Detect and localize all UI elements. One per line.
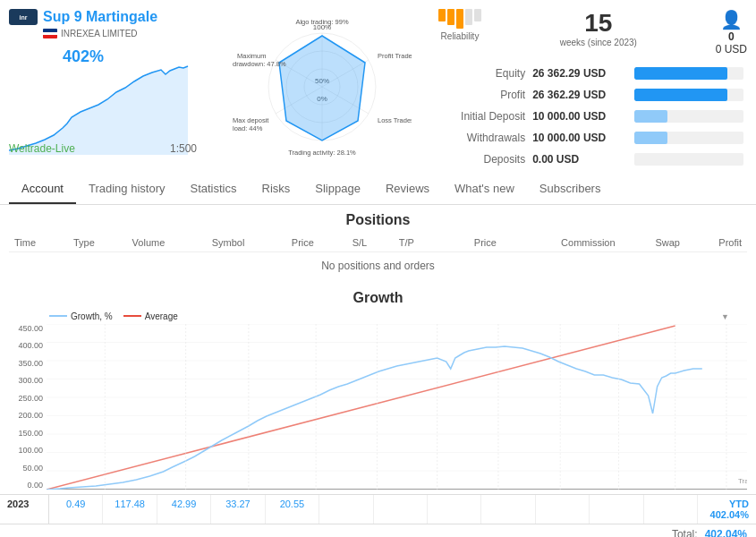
bottom-data-row: 2023 0.49 117.48 42.99 33.27 20.55 YTD 4… bbox=[0, 494, 756, 524]
svg-text:Trades: Trades bbox=[738, 477, 747, 485]
tab-slippage[interactable]: Slippage bbox=[302, 175, 373, 204]
reliability-block: Reliability bbox=[438, 9, 481, 41]
withdrawals-label: Withdrawals bbox=[438, 127, 529, 149]
ytd-value: 402.04% bbox=[710, 509, 749, 520]
subscribers-usd: 0 USD bbox=[716, 43, 747, 55]
y-axis: 450.00 400.00 350.00 300.00 250.00 200.0… bbox=[9, 324, 47, 490]
rel-bar-2 bbox=[447, 9, 454, 25]
y-label-50: 50.00 bbox=[9, 464, 43, 473]
month-val-mar: 42.99 bbox=[157, 495, 211, 524]
svg-text:Algo trading: 99%: Algo trading: 99% bbox=[295, 18, 349, 26]
mini-chart-svg bbox=[9, 65, 197, 155]
y-label-350: 350.00 bbox=[9, 359, 43, 368]
metric-profit: Profit 26 362.29 USD bbox=[438, 84, 747, 106]
reliability-bars bbox=[438, 9, 481, 29]
broker-flag bbox=[43, 29, 57, 38]
deposits-value: 0.00 USD bbox=[529, 149, 631, 170]
growth-chart-wrapper: 450.00 400.00 350.00 300.00 250.00 200.0… bbox=[9, 324, 747, 492]
rel-bar-1 bbox=[438, 9, 446, 21]
tab-subscribers[interactable]: Subscribers bbox=[527, 175, 614, 204]
profit-label: Profit bbox=[438, 84, 529, 106]
col-type: Type bbox=[68, 234, 127, 252]
y-label-250: 250.00 bbox=[9, 394, 43, 403]
positions-section: Positions Time Type Volume Symbol Price … bbox=[0, 205, 756, 286]
broker-name: INREXEA LIMITED bbox=[61, 29, 138, 38]
month-val-dec bbox=[644, 495, 698, 524]
logo-text: inr bbox=[20, 14, 28, 21]
deposits-bar-cell bbox=[631, 149, 747, 170]
legend-growth: Growth, % bbox=[49, 310, 113, 322]
col-price2: Price bbox=[441, 234, 502, 252]
month-val-may: 20.55 bbox=[266, 495, 319, 524]
ytd-label: YTD bbox=[729, 499, 749, 509]
metric-equity: Equity 26 362.29 USD bbox=[438, 63, 747, 84]
growth-percentage: 402% bbox=[63, 47, 104, 66]
col-sl: S/L bbox=[347, 234, 394, 252]
y-label-200: 200.00 bbox=[9, 411, 43, 420]
mini-chart-area: 402% Weltrade-Live 1:500 bbox=[9, 43, 206, 159]
rel-bar-3 bbox=[456, 9, 463, 29]
radar-panel: 100% 50% 0% Algo trading: 99% Profit Tra… bbox=[215, 9, 429, 166]
broker-link[interactable]: Weltrade-Live bbox=[9, 142, 75, 155]
nav-tabs: Account Trading history Statistics Risks… bbox=[0, 175, 756, 205]
profit-value: 26 362.29 USD bbox=[529, 84, 631, 106]
initial-deposit-value: 10 000.00 USD bbox=[529, 106, 631, 127]
subscribers-count: 0 bbox=[716, 30, 747, 43]
y-label-100: 100.00 bbox=[9, 446, 43, 455]
stats-panel: Reliability 15 weeks (since 2023) 👤 0 0 … bbox=[438, 9, 747, 166]
col-price1: Price bbox=[286, 234, 347, 252]
col-commission: Commission bbox=[502, 234, 621, 252]
svg-marker-9 bbox=[279, 36, 365, 141]
radar-chart: 100% 50% 0% Algo trading: 99% Profit Tra… bbox=[233, 13, 412, 157]
col-swap: Swap bbox=[621, 234, 685, 252]
svg-line-28 bbox=[47, 326, 675, 490]
initial-deposit-bar-cell bbox=[631, 106, 747, 127]
tab-statistics[interactable]: Statistics bbox=[177, 175, 249, 204]
month-val-jan: 0.49 bbox=[49, 495, 103, 524]
chart-legend: Growth, % Average ▼ bbox=[49, 310, 747, 322]
y-label-150: 150.00 bbox=[9, 429, 43, 438]
tab-whats-new[interactable]: What's new bbox=[442, 175, 527, 204]
deposits-label: Deposits bbox=[438, 149, 529, 170]
svg-text:Profit Trades: 71%: Profit Trades: 71% bbox=[378, 52, 412, 60]
tab-reviews[interactable]: Reviews bbox=[373, 175, 442, 204]
equity-bar-cell bbox=[631, 63, 747, 84]
weeks-block: 15 weeks (since 2023) bbox=[560, 9, 637, 47]
month-cells: 0.49 117.48 42.99 33.27 20.55 bbox=[49, 495, 698, 524]
legend-average: Average bbox=[123, 310, 178, 322]
metric-withdrawals: Withdrawals 10 000.00 USD bbox=[438, 127, 747, 149]
legend-average-color bbox=[123, 315, 141, 317]
legend-growth-label: Growth, % bbox=[71, 311, 113, 321]
month-val-nov bbox=[590, 495, 643, 524]
left-panel: inr Sup 9 Martingale INREXEA LIMITED 402… bbox=[9, 9, 206, 166]
withdrawals-bar-cell bbox=[631, 127, 747, 149]
month-val-feb: 117.48 bbox=[103, 495, 157, 524]
y-label-400: 400.00 bbox=[9, 341, 43, 350]
y-label-450: 450.00 bbox=[9, 324, 43, 333]
tab-risks[interactable]: Risks bbox=[250, 175, 303, 204]
growth-chart-svg: 0 10 20 30 40 50 60 70 80 90 100 110 120… bbox=[47, 324, 747, 490]
col-time: Time bbox=[9, 234, 68, 252]
leverage: 1:500 bbox=[170, 142, 197, 155]
total-label: Total: bbox=[672, 528, 698, 537]
triangle-marker: ▼ bbox=[721, 312, 729, 321]
positions-title: Positions bbox=[9, 212, 747, 228]
ytd-cell: YTD 402.04% bbox=[698, 495, 756, 524]
metric-initial-deposit: Initial Deposit 10 000.00 USD bbox=[438, 106, 747, 127]
tab-trading-history[interactable]: Trading history bbox=[76, 175, 178, 204]
svg-text:Maximum: Maximum bbox=[237, 52, 267, 60]
legend-average-label: Average bbox=[145, 311, 178, 321]
total-value: 402.04% bbox=[705, 528, 747, 537]
initial-deposit-label: Initial Deposit bbox=[438, 106, 529, 127]
y-label-300: 300.00 bbox=[9, 376, 43, 385]
rel-bar-5 bbox=[474, 9, 481, 21]
strategy-title[interactable]: Sup 9 Martingale bbox=[43, 9, 157, 25]
svg-text:Max deposit: Max deposit bbox=[233, 116, 269, 124]
positions-table: Time Type Volume Symbol Price S/L T/P Pr… bbox=[9, 234, 747, 279]
month-val-sep bbox=[481, 495, 535, 524]
subscribers-icon: 👤 bbox=[716, 9, 747, 30]
tab-account[interactable]: Account bbox=[9, 175, 76, 204]
weeks-label: weeks (since 2023) bbox=[560, 38, 637, 47]
withdrawals-value: 10 000.00 USD bbox=[529, 127, 631, 149]
profit-bar-cell bbox=[631, 84, 747, 106]
